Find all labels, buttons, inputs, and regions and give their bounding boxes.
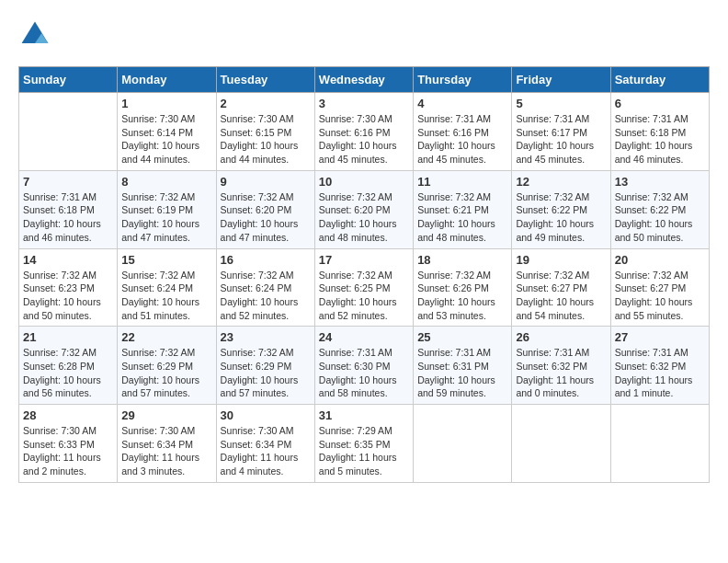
day-info: Sunrise: 7:31 AMSunset: 6:17 PMDaylight:… xyxy=(516,112,606,167)
calendar-cell: 9Sunrise: 7:32 AMSunset: 6:20 PMDaylight… xyxy=(216,170,314,248)
calendar-cell xyxy=(610,405,709,483)
calendar-cell: 22Sunrise: 7:32 AMSunset: 6:29 PMDayligh… xyxy=(118,327,216,405)
calendar-cell: 23Sunrise: 7:32 AMSunset: 6:29 PMDayligh… xyxy=(216,327,314,405)
day-number: 3 xyxy=(319,97,409,110)
calendar-cell xyxy=(414,405,512,483)
day-number: 16 xyxy=(221,253,311,267)
day-number: 2 xyxy=(221,97,311,110)
calendar-cell: 20Sunrise: 7:32 AMSunset: 6:27 PMDayligh… xyxy=(610,248,709,327)
calendar-cell: 3Sunrise: 7:30 AMSunset: 6:16 PMDaylight… xyxy=(314,93,413,171)
calendar-cell: 27Sunrise: 7:31 AMSunset: 6:32 PMDayligh… xyxy=(610,327,709,405)
calendar-cell: 11Sunrise: 7:32 AMSunset: 6:21 PMDayligh… xyxy=(414,170,512,248)
day-number: 18 xyxy=(417,253,507,267)
day-number: 4 xyxy=(417,97,507,110)
calendar-cell: 7Sunrise: 7:31 AMSunset: 6:18 PMDaylight… xyxy=(19,170,118,248)
day-info: Sunrise: 7:30 AMSunset: 6:14 PMDaylight:… xyxy=(121,112,211,167)
day-number: 13 xyxy=(615,175,705,189)
day-info: Sunrise: 7:32 AMSunset: 6:22 PMDaylight:… xyxy=(516,190,606,245)
day-number: 28 xyxy=(23,408,113,422)
week-row-2: 7Sunrise: 7:31 AMSunset: 6:18 PMDaylight… xyxy=(19,170,710,248)
calendar-cell: 26Sunrise: 7:31 AMSunset: 6:32 PMDayligh… xyxy=(512,327,610,405)
calendar-cell: 1Sunrise: 7:30 AMSunset: 6:14 PMDaylight… xyxy=(118,93,216,171)
day-number: 1 xyxy=(121,97,211,110)
calendar-table: SundayMondayTuesdayWednesdayThursdayFrid… xyxy=(18,66,710,483)
week-row-3: 14Sunrise: 7:32 AMSunset: 6:23 PMDayligh… xyxy=(19,248,710,327)
day-header-saturday: Saturday xyxy=(610,67,709,93)
day-info: Sunrise: 7:32 AMSunset: 6:24 PMDaylight:… xyxy=(121,269,211,323)
calendar-cell: 8Sunrise: 7:32 AMSunset: 6:19 PMDaylight… xyxy=(118,170,216,248)
logo-icon xyxy=(18,18,51,52)
calendar-cell: 28Sunrise: 7:30 AMSunset: 6:33 PMDayligh… xyxy=(19,405,118,483)
days-header-row: SundayMondayTuesdayWednesdayThursdayFrid… xyxy=(19,67,710,93)
calendar-cell: 25Sunrise: 7:31 AMSunset: 6:31 PMDayligh… xyxy=(414,327,512,405)
day-number: 8 xyxy=(121,175,211,189)
calendar-cell: 24Sunrise: 7:31 AMSunset: 6:30 PMDayligh… xyxy=(314,327,413,405)
day-number: 14 xyxy=(23,253,113,267)
day-number: 6 xyxy=(615,97,705,110)
day-header-friday: Friday xyxy=(512,67,610,93)
day-info: Sunrise: 7:32 AMSunset: 6:21 PMDaylight:… xyxy=(417,190,507,245)
day-header-wednesday: Wednesday xyxy=(314,67,413,93)
day-info: Sunrise: 7:30 AMSunset: 6:34 PMDaylight:… xyxy=(221,424,311,478)
day-number: 17 xyxy=(319,253,409,267)
day-number: 24 xyxy=(319,330,409,344)
calendar-cell: 10Sunrise: 7:32 AMSunset: 6:20 PMDayligh… xyxy=(314,170,413,248)
calendar-cell: 14Sunrise: 7:32 AMSunset: 6:23 PMDayligh… xyxy=(19,248,118,327)
day-number: 11 xyxy=(417,175,507,189)
day-info: Sunrise: 7:32 AMSunset: 6:29 PMDaylight:… xyxy=(221,346,311,400)
day-number: 22 xyxy=(121,330,211,344)
day-info: Sunrise: 7:32 AMSunset: 6:19 PMDaylight:… xyxy=(121,190,211,245)
calendar-cell: 6Sunrise: 7:31 AMSunset: 6:18 PMDaylight… xyxy=(610,93,709,171)
calendar-cell: 12Sunrise: 7:32 AMSunset: 6:22 PMDayligh… xyxy=(512,170,610,248)
day-info: Sunrise: 7:30 AMSunset: 6:16 PMDaylight:… xyxy=(319,112,409,167)
logo xyxy=(18,18,57,52)
day-info: Sunrise: 7:31 AMSunset: 6:18 PMDaylight:… xyxy=(23,190,113,245)
day-number: 9 xyxy=(221,175,311,189)
day-header-tuesday: Tuesday xyxy=(216,67,314,93)
calendar-cell xyxy=(19,93,118,171)
day-header-thursday: Thursday xyxy=(414,67,512,93)
day-header-sunday: Sunday xyxy=(19,67,118,93)
page-header xyxy=(18,18,710,52)
day-info: Sunrise: 7:32 AMSunset: 6:20 PMDaylight:… xyxy=(319,190,409,245)
day-number: 19 xyxy=(516,253,606,267)
calendar-cell: 13Sunrise: 7:32 AMSunset: 6:22 PMDayligh… xyxy=(610,170,709,248)
day-number: 21 xyxy=(23,330,113,344)
day-number: 26 xyxy=(516,330,606,344)
day-info: Sunrise: 7:32 AMSunset: 6:29 PMDaylight:… xyxy=(121,346,211,400)
calendar-cell: 31Sunrise: 7:29 AMSunset: 6:35 PMDayligh… xyxy=(314,405,413,483)
day-info: Sunrise: 7:32 AMSunset: 6:24 PMDaylight:… xyxy=(221,269,311,323)
calendar-cell: 21Sunrise: 7:32 AMSunset: 6:28 PMDayligh… xyxy=(19,327,118,405)
day-info: Sunrise: 7:30 AMSunset: 6:34 PMDaylight:… xyxy=(121,424,211,478)
day-info: Sunrise: 7:32 AMSunset: 6:27 PMDaylight:… xyxy=(516,269,606,323)
day-info: Sunrise: 7:31 AMSunset: 6:32 PMDaylight:… xyxy=(615,346,705,400)
day-info: Sunrise: 7:29 AMSunset: 6:35 PMDaylight:… xyxy=(319,424,409,478)
day-number: 25 xyxy=(417,330,507,344)
day-info: Sunrise: 7:31 AMSunset: 6:30 PMDaylight:… xyxy=(319,346,409,400)
calendar-cell: 18Sunrise: 7:32 AMSunset: 6:26 PMDayligh… xyxy=(414,248,512,327)
calendar-cell: 30Sunrise: 7:30 AMSunset: 6:34 PMDayligh… xyxy=(216,405,314,483)
day-info: Sunrise: 7:30 AMSunset: 6:33 PMDaylight:… xyxy=(23,424,113,478)
week-row-4: 21Sunrise: 7:32 AMSunset: 6:28 PMDayligh… xyxy=(19,327,710,405)
day-info: Sunrise: 7:31 AMSunset: 6:31 PMDaylight:… xyxy=(417,346,507,400)
day-info: Sunrise: 7:32 AMSunset: 6:26 PMDaylight:… xyxy=(417,269,507,323)
calendar-cell: 15Sunrise: 7:32 AMSunset: 6:24 PMDayligh… xyxy=(118,248,216,327)
day-info: Sunrise: 7:32 AMSunset: 6:28 PMDaylight:… xyxy=(23,346,113,400)
calendar-cell: 16Sunrise: 7:32 AMSunset: 6:24 PMDayligh… xyxy=(216,248,314,327)
day-info: Sunrise: 7:31 AMSunset: 6:18 PMDaylight:… xyxy=(615,112,705,167)
day-number: 29 xyxy=(121,408,211,422)
day-info: Sunrise: 7:32 AMSunset: 6:27 PMDaylight:… xyxy=(615,269,705,323)
day-info: Sunrise: 7:32 AMSunset: 6:22 PMDaylight:… xyxy=(615,190,705,245)
day-info: Sunrise: 7:32 AMSunset: 6:20 PMDaylight:… xyxy=(221,190,311,245)
calendar-cell: 4Sunrise: 7:31 AMSunset: 6:16 PMDaylight… xyxy=(414,93,512,171)
day-number: 5 xyxy=(516,97,606,110)
day-number: 30 xyxy=(221,408,311,422)
week-row-5: 28Sunrise: 7:30 AMSunset: 6:33 PMDayligh… xyxy=(19,405,710,483)
day-info: Sunrise: 7:31 AMSunset: 6:16 PMDaylight:… xyxy=(417,112,507,167)
day-header-monday: Monday xyxy=(118,67,216,93)
day-number: 20 xyxy=(615,253,705,267)
calendar-cell: 2Sunrise: 7:30 AMSunset: 6:15 PMDaylight… xyxy=(216,93,314,171)
day-number: 12 xyxy=(516,175,606,189)
calendar-cell: 17Sunrise: 7:32 AMSunset: 6:25 PMDayligh… xyxy=(314,248,413,327)
calendar-cell: 5Sunrise: 7:31 AMSunset: 6:17 PMDaylight… xyxy=(512,93,610,171)
